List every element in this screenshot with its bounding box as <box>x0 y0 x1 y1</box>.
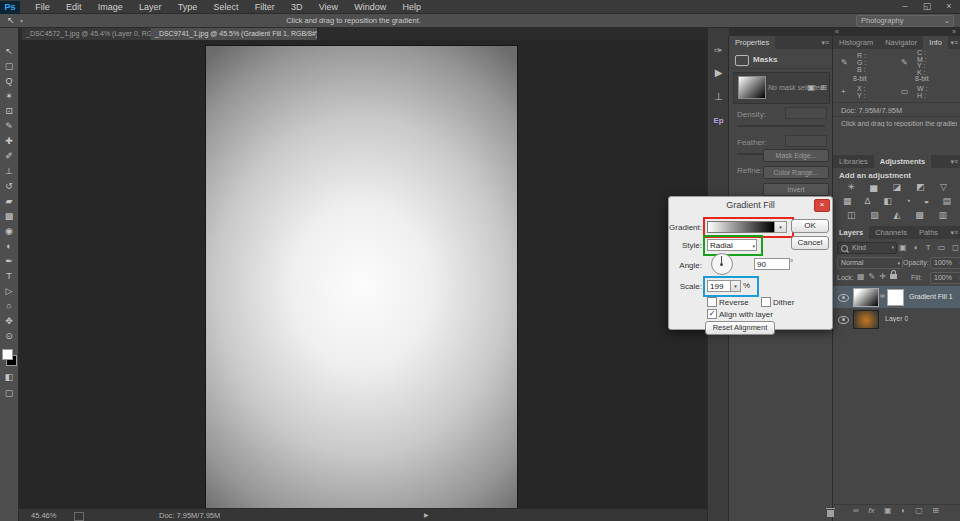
tab-paths[interactable]: Paths <box>913 226 944 239</box>
mask-thumbnail[interactable] <box>738 76 766 99</box>
hand-tool[interactable]: ✥ <box>0 314 18 329</box>
cancel-button[interactable]: Cancel <box>791 236 829 250</box>
lasso-tool[interactable]: Q <box>0 74 18 89</box>
menu-layer[interactable]: Layer <box>132 0 169 12</box>
opacity-field[interactable]: 100% ▾ <box>930 257 960 269</box>
spot-healing-tool[interactable]: ✚ <box>0 134 18 149</box>
quick-selection-tool[interactable]: ✶ <box>0 89 18 104</box>
adjustment-filter-icon[interactable]: ◐ <box>914 243 919 252</box>
add-layer-mask-icon[interactable]: ▣ <box>884 506 892 515</box>
document-canvas[interactable] <box>205 45 518 509</box>
lock-all-icon[interactable] <box>890 274 897 279</box>
foreground-color-swatch[interactable] <box>2 349 13 360</box>
delete-layer-icon[interactable] <box>827 510 834 517</box>
curves-icon[interactable]: ◪ <box>893 182 902 192</box>
gradient-map-icon[interactable]: ▩ <box>915 210 924 220</box>
levels-icon[interactable]: ▅ <box>870 182 877 192</box>
mask-edge-button[interactable]: Mask Edge... <box>763 149 829 162</box>
eraser-tool[interactable]: ▰ <box>0 194 18 209</box>
tab-channels[interactable]: Channels <box>869 226 913 239</box>
menu-filter[interactable]: Filter <box>248 0 282 12</box>
panel-menu-icon[interactable]: ▾≡ <box>950 155 958 168</box>
reset-alignment-button[interactable]: Reset Alignment <box>705 321 775 335</box>
menu-view[interactable]: View <box>312 0 345 12</box>
minimize-button[interactable]: – <box>894 0 916 13</box>
pen-tool[interactable]: ✒ <box>0 254 18 269</box>
type-tool[interactable]: T <box>0 269 18 284</box>
blur-tool[interactable]: ◉ <box>0 224 18 239</box>
invert-button[interactable]: Invert <box>763 183 829 196</box>
posterize-icon[interactable]: ▨ <box>870 210 879 220</box>
select-pixel-mask-icon[interactable]: ▣ <box>807 83 815 92</box>
eyedropper-tool[interactable]: ✎ <box>0 119 18 134</box>
exposure-icon[interactable]: ◩ <box>916 182 925 192</box>
new-layer-icon[interactable]: ⊞ <box>932 506 939 515</box>
invert-adjustment-icon[interactable]: ◫ <box>847 210 856 220</box>
menu-edit[interactable]: Edit <box>59 0 89 12</box>
dodge-tool[interactable]: ◐ <box>0 239 18 254</box>
zoom-tool[interactable]: ⊙ <box>0 329 18 344</box>
menu-window[interactable]: Window <box>347 0 393 12</box>
brightness-contrast-icon[interactable]: ☀ <box>847 182 855 192</box>
menu-file[interactable]: File <box>28 0 57 12</box>
tab-libraries[interactable]: Libraries <box>833 155 874 168</box>
screen-mode-button[interactable]: ▢ <box>0 386 18 401</box>
threshold-icon[interactable]: ◭ <box>894 210 901 220</box>
layer-effects-icon[interactable]: fx <box>868 506 874 515</box>
tab-navigator[interactable]: Navigator <box>879 36 923 49</box>
blend-mode-select[interactable]: Normal ▾ <box>837 257 903 269</box>
selective-color-icon[interactable]: ▥ <box>938 210 947 220</box>
dialog-close-button[interactable]: × <box>814 199 830 212</box>
gradient-picker-caret-icon[interactable]: ▾ <box>774 221 787 233</box>
tool-presets-panel-icon[interactable]: ⊥ <box>708 88 729 106</box>
reverse-checkbox[interactable] <box>707 297 717 307</box>
zoom-level-field[interactable]: 45.46% <box>31 509 56 521</box>
mask-link-icon[interactable]: ∞ <box>880 292 885 299</box>
add-vector-mask-icon[interactable]: ⊞ <box>820 83 827 92</box>
shape-filter-icon[interactable]: ▭ <box>938 243 946 252</box>
dither-checkbox[interactable] <box>761 297 771 307</box>
ok-button[interactable]: OK <box>791 219 829 233</box>
layer-row-layer0[interactable]: Layer 0 <box>833 308 960 330</box>
type-filter-icon[interactable]: T <box>926 243 931 252</box>
new-group-icon[interactable]: ▢ <box>915 506 923 515</box>
layer-mask-thumbnail[interactable] <box>887 289 904 306</box>
black-white-icon[interactable]: ◧ <box>883 196 892 206</box>
panel-menu-icon[interactable]: ▾≡ <box>821 36 829 49</box>
document-tab-inactive[interactable]: _DSC4572_1.jpg @ 45.4% (Layer 0, RGB/8#)… <box>22 28 157 40</box>
menu-image[interactable]: Image <box>91 0 130 12</box>
panel-menu-icon[interactable]: ▾≡ <box>950 36 958 49</box>
hue-saturation-icon[interactable]: ▦ <box>843 196 852 206</box>
tab-adjustments[interactable]: Adjustments <box>874 155 931 168</box>
link-layers-icon[interactable]: ∞ <box>853 506 859 515</box>
angle-dial[interactable] <box>711 253 733 275</box>
actions-panel-icon[interactable]: ▶ <box>708 64 729 82</box>
collapse-panels-icon[interactable]: « <box>835 28 839 36</box>
clone-stamp-tool[interactable]: ⊥ <box>0 164 18 179</box>
new-adjustment-layer-icon[interactable]: ◐ <box>901 506 906 515</box>
document-tab-active[interactable]: _DSC9741_1.jpg @ 45.5% (Gradient Fill 1,… <box>151 28 317 40</box>
photo-filter-icon[interactable]: ◔ <box>905 196 910 206</box>
menu-type[interactable]: Type <box>171 0 205 12</box>
fill-field[interactable]: 100% ▾ <box>930 272 960 284</box>
move-tool[interactable]: ↖ <box>0 44 18 59</box>
menu-select[interactable]: Select <box>206 0 245 12</box>
channel-mixer-icon[interactable]: ◒ <box>924 196 929 206</box>
gradient-preview-swatch[interactable] <box>707 221 775 233</box>
layer-row-gradient-fill[interactable]: ∞ Gradient Fill 1 <box>833 286 960 308</box>
gradient-fill-thumbnail[interactable] <box>853 288 879 307</box>
marquee-tool[interactable]: ▢ <box>0 59 18 74</box>
align-with-layer-checkbox[interactable]: ✓ <box>707 309 717 319</box>
restore-button[interactable]: ◱ <box>916 0 938 13</box>
close-button[interactable]: × <box>938 0 960 13</box>
brush-tool[interactable]: ✐ <box>0 149 18 164</box>
lock-transparency-icon[interactable]: ▦ <box>857 272 865 281</box>
status-play-icon[interactable]: ▶ <box>424 509 429 521</box>
layer-visibility-eye-icon[interactable] <box>838 316 849 324</box>
menu-3d[interactable]: 3D <box>284 0 310 12</box>
color-range-button[interactable]: Color Range... <box>763 166 829 179</box>
shape-tool[interactable]: ○ <box>0 299 18 314</box>
crop-tool[interactable]: ⊡ <box>0 104 18 119</box>
smart-object-filter-icon[interactable]: ◻ <box>952 243 959 252</box>
quick-mask-button[interactable]: ◧ <box>0 370 18 385</box>
